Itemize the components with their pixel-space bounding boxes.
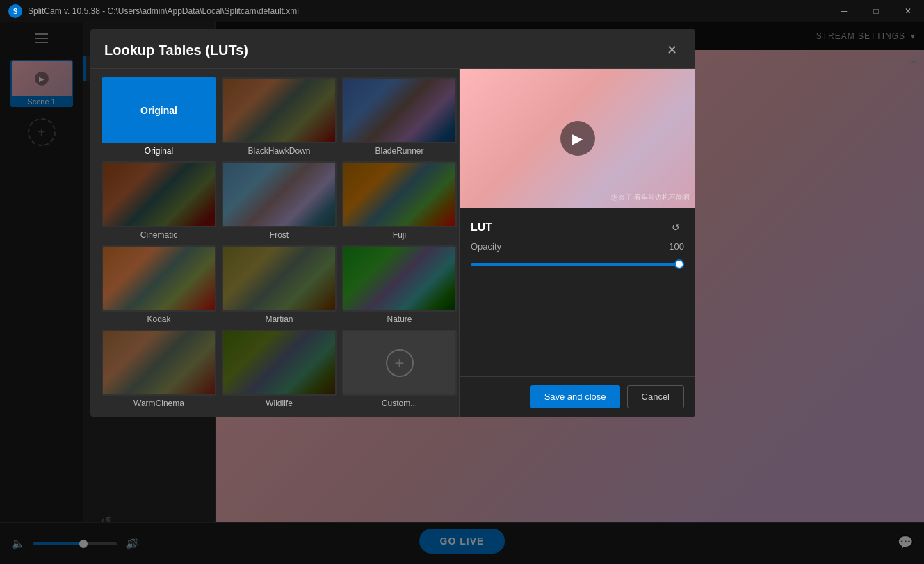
lookup-tables-dialog: Lookup Tables (LUTs) ✕ Original Original <box>90 29 695 417</box>
cancel-button[interactable]: Cancel <box>627 385 684 408</box>
lut-thumb-nature <box>343 247 455 310</box>
titlebar-title: SplitCam v. 10.5.38 - C:\Users\admin\App… <box>28 6 299 16</box>
dialog-footer: Save and close Cancel <box>460 376 695 417</box>
maximize-button[interactable]: □ <box>860 0 892 22</box>
opacity-value: 100 <box>669 241 684 252</box>
lut-item-blackhawkdown[interactable]: BlackHawkDown <box>222 77 337 156</box>
lut-reset-button[interactable]: ↺ <box>667 219 684 236</box>
lut-label-nature: Nature <box>387 314 412 324</box>
app-body: ▶ Scene 1 + Layer Effects Lookup Tables … <box>0 22 924 564</box>
lut-item-nature[interactable]: Nature <box>342 245 457 324</box>
opacity-label: Opacity <box>471 241 501 252</box>
lut-thumb-warmcinema <box>103 331 215 394</box>
lut-item-original[interactable]: Original Original <box>102 77 216 156</box>
dialog-preview-area: ▶ 怎么了 看车前边机不能啊 <box>460 69 695 208</box>
dialog-right-panel: ▶ 怎么了 看车前边机不能啊 LUT ↺ Opacity 100 <box>459 69 695 417</box>
dialog-preview-content: ▶ <box>460 69 695 208</box>
lut-item-custom[interactable]: + Custom... <box>342 330 457 408</box>
lut-label-cinematic: Cinematic <box>140 230 177 240</box>
dialog-title: Lookup Tables (LUTs) <box>104 42 248 58</box>
lut-setting-row: LUT ↺ <box>471 219 684 236</box>
lut-label-martian: Martian <box>265 314 293 324</box>
lut-label-kodak: Kodak <box>147 314 170 324</box>
titlebar: S SplitCam v. 10.5.38 - C:\Users\admin\A… <box>0 0 924 22</box>
lut-thumb-frost <box>223 163 335 226</box>
lut-item-bladerunner[interactable]: BladeRunner <box>342 77 457 156</box>
lut-item-frost[interactable]: Frost <box>222 161 337 240</box>
lut-grid: Original Original BlackHawkDown <box>90 69 459 417</box>
lut-label-wildlife: Wildlife <box>266 398 293 408</box>
lut-thumb-wildlife <box>223 331 335 394</box>
opacity-slider-handle[interactable] <box>674 259 684 269</box>
lut-label-warmcinema: WarmCinema <box>133 398 184 408</box>
custom-plus-icon: + <box>386 349 414 377</box>
dialog-header: Lookup Tables (LUTs) ✕ <box>90 29 695 69</box>
lut-thumb-bladerunner <box>343 79 455 142</box>
dialog-body: Original Original BlackHawkDown <box>90 69 695 417</box>
lut-item-fuji[interactable]: Fuji <box>342 161 457 240</box>
opacity-slider-track <box>471 263 684 266</box>
lut-item-wildlife[interactable]: Wildlife <box>222 330 337 408</box>
preview-watermark: 怎么了 看车前边机不能啊 <box>611 193 690 202</box>
save-and-close-button[interactable]: Save and close <box>530 385 620 408</box>
lut-thumb-blackhawkdown <box>223 79 335 142</box>
lut-thumb-custom: + <box>343 331 455 394</box>
window-controls: ─ □ ✕ <box>828 0 924 22</box>
lut-thumb-cinematic <box>103 163 215 226</box>
close-button[interactable]: ✕ <box>892 0 924 22</box>
lut-label-original: Original <box>145 146 173 156</box>
minimize-button[interactable]: ─ <box>828 0 860 22</box>
dialog-close-button[interactable]: ✕ <box>662 40 681 60</box>
app-logo: S <box>8 4 22 18</box>
dialog-overlay: Lookup Tables (LUTs) ✕ Original Original <box>0 22 924 564</box>
preview-play-button[interactable]: ▶ <box>560 121 595 156</box>
lut-label-blackhawkdown: BlackHawkDown <box>248 146 310 156</box>
opacity-row: Opacity 100 <box>471 241 684 252</box>
lut-item-kodak[interactable]: Kodak <box>102 245 216 324</box>
lut-label-fuji: Fuji <box>393 230 406 240</box>
lut-settings: LUT ↺ Opacity 100 <box>460 208 695 376</box>
lut-item-martian[interactable]: Martian <box>222 245 337 324</box>
lut-label-frost: Frost <box>270 230 289 240</box>
lut-thumb-fuji <box>343 163 455 226</box>
lut-label-custom: Custom... <box>382 398 417 408</box>
lut-setting-label: LUT <box>471 221 492 234</box>
opacity-slider-container[interactable] <box>471 257 684 271</box>
lut-label-bladerunner: BladeRunner <box>375 146 423 156</box>
lut-item-warmcinema[interactable]: WarmCinema <box>102 330 216 408</box>
lut-original-label-inner: Original <box>140 105 177 116</box>
lut-thumb-kodak <box>103 247 215 310</box>
lut-thumb-martian <box>223 247 335 310</box>
lut-item-cinematic[interactable]: Cinematic <box>102 161 216 240</box>
